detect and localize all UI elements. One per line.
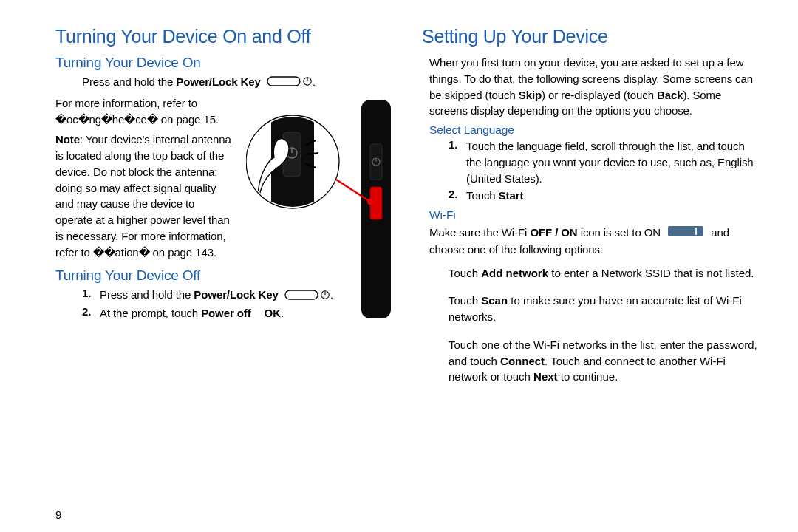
power-lock-label: Power/Lock Key xyxy=(176,75,260,88)
svg-rect-23 xyxy=(695,228,697,235)
placeholder-ref: �oc�ng�he�ce� xyxy=(55,113,158,126)
step-number: 2. xyxy=(82,305,100,321)
left-column: Turning Your Device On and Off Turning Y… xyxy=(55,26,397,517)
wifi-intro: Make sure the Wi-Fi OFF / ON icon is set… xyxy=(422,225,763,258)
step-text: Touch Start. xyxy=(466,188,763,204)
page-ref: on page 15. xyxy=(161,113,219,126)
step-lang-1: 1. Touch the language field, scroll thro… xyxy=(422,138,763,186)
heading-turning-on: Turning Your Device On xyxy=(55,55,397,71)
device-figure xyxy=(246,100,401,321)
heading-select-language: Select Language xyxy=(422,123,763,137)
right-column: Setting Up Your Device When you first tu… xyxy=(422,26,763,517)
svg-rect-22 xyxy=(668,226,703,236)
toggle-on-icon xyxy=(668,225,703,242)
setup-intro: When you first turn on your device, you … xyxy=(422,55,763,119)
heading-wifi: Wi-Fi xyxy=(422,208,763,222)
text: Press and hold the xyxy=(82,75,176,88)
wifi-option: Touch Add network to enter a Network SSI… xyxy=(449,265,763,282)
step-number: 1. xyxy=(82,287,100,304)
svg-point-21 xyxy=(367,199,373,205)
wifi-option: Touch one of the Wi-Fi networks in the l… xyxy=(449,337,763,385)
heading-turning-on-off: Turning Your Device On and Off xyxy=(55,26,397,47)
step-text: Touch the language field, scroll through… xyxy=(466,138,763,186)
heading-setting-up: Setting Up Your Device xyxy=(422,26,763,47)
more-info-note: For more information, refer to �oc�ng�he… xyxy=(55,95,233,128)
step-number: 1. xyxy=(449,138,466,186)
note-body: : Your device's internal antenna is loca… xyxy=(55,133,231,258)
instruction-power-on: Press and hold the Power/Lock Key . xyxy=(55,74,397,91)
power-key-icon xyxy=(267,75,313,91)
step-number: 2. xyxy=(449,188,466,204)
wifi-options: Touch Add network to enter a Network SSI… xyxy=(422,265,763,386)
step-lang-2: 2. Touch Start. xyxy=(422,188,763,204)
wifi-option: Touch Scan to make sure you have an accu… xyxy=(449,293,763,325)
page-number: 9 xyxy=(55,508,61,521)
note-label: Note xyxy=(55,133,80,146)
period: . xyxy=(313,75,316,88)
svg-rect-0 xyxy=(267,77,300,86)
text: For more information, refer to xyxy=(55,97,197,109)
antenna-note: Note: Your device's internal antenna is … xyxy=(55,132,233,260)
